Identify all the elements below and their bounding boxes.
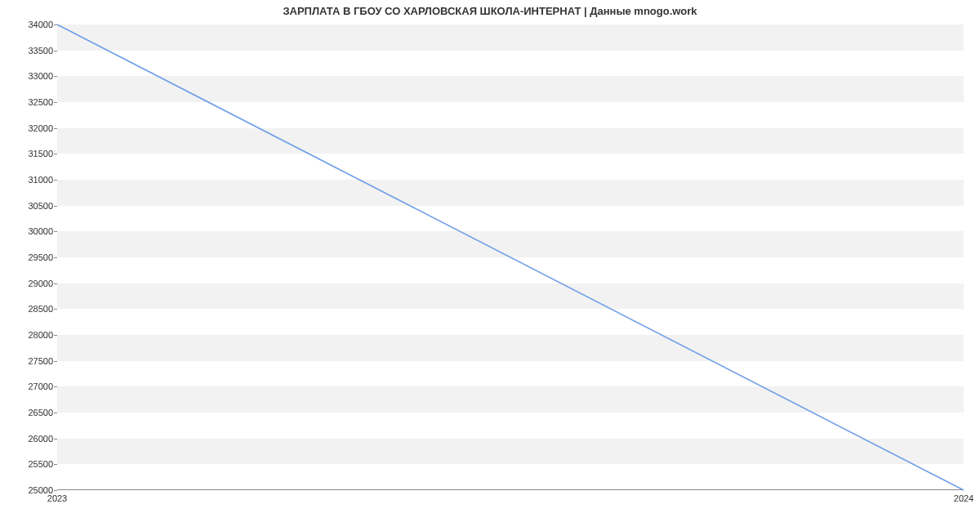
y-tick-label: 28500: [4, 304, 53, 314]
chart-title: ЗАРПЛАТА В ГБОУ СО ХАРЛОВСКАЯ ШКОЛА-ИНТЕ…: [0, 5, 980, 17]
y-tick-label: 32000: [4, 123, 53, 133]
y-tick-label: 31000: [4, 175, 53, 185]
y-tick-label: 26000: [4, 434, 53, 444]
y-tick-mark: [54, 283, 57, 284]
y-tick-mark: [54, 51, 57, 51]
y-tick-label: 34000: [4, 20, 53, 29]
y-tick-mark: [54, 335, 57, 336]
y-tick-mark: [54, 257, 57, 258]
chart: ЗАРПЛАТА В ГБОУ СО ХАРЛОВСКАЯ ШКОЛА-ИНТЕ…: [0, 0, 980, 531]
y-tick-label: 28000: [4, 330, 53, 340]
y-tick-label: 33000: [4, 71, 53, 81]
y-tick-mark: [54, 309, 57, 310]
y-tick-label: 31500: [4, 149, 53, 158]
y-tick-mark: [54, 386, 57, 387]
y-tick-mark: [54, 102, 57, 103]
y-tick-mark: [54, 180, 57, 181]
y-tick-mark: [54, 25, 57, 25]
y-tick-label: 25500: [4, 459, 53, 469]
y-tick-label: 27500: [4, 356, 53, 366]
y-tick-mark: [54, 231, 57, 232]
y-tick-label: 33500: [4, 46, 53, 56]
y-tick-mark: [54, 154, 57, 154]
y-tick-label: 27000: [4, 382, 53, 391]
line-series-layer: [57, 25, 964, 490]
y-tick-label: 30000: [4, 226, 53, 236]
y-tick-label: 25000: [4, 485, 53, 495]
data-line: [57, 25, 964, 490]
y-tick-mark: [54, 490, 57, 491]
y-tick-mark: [54, 76, 57, 77]
y-tick-label: 30500: [4, 201, 53, 211]
y-tick-label: 29000: [4, 279, 53, 288]
y-tick-label: 29500: [4, 252, 53, 262]
x-tick-label: 2023: [47, 493, 67, 503]
y-tick-mark: [54, 413, 57, 413]
y-tick-mark: [54, 439, 57, 440]
y-tick-label: 32500: [4, 97, 53, 107]
y-tick-mark: [54, 206, 57, 207]
y-tick-mark: [54, 464, 57, 465]
y-tick-mark: [54, 128, 57, 129]
y-tick-label: 26500: [4, 408, 53, 417]
x-tick-label: 2024: [954, 493, 973, 503]
y-tick-mark: [54, 361, 57, 362]
plot-area: [57, 25, 964, 490]
